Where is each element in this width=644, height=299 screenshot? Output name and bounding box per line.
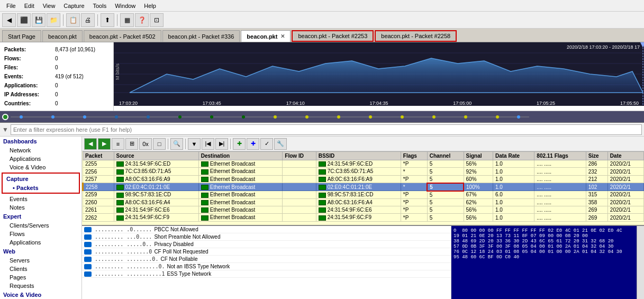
pkt-btn-add-green[interactable]: ✚ — [233, 138, 246, 150]
toolbar-btn-8[interactable]: ❓ — [135, 13, 149, 27]
cell-destination: Ethernet Broadcast — [198, 183, 283, 191]
pkt-btn-search[interactable]: 🔍 — [170, 138, 183, 150]
sidebar-item-servers[interactable]: Servers — [0, 256, 81, 265]
sidebar-item-notes[interactable]: Notes — [0, 203, 81, 212]
menu-edit[interactable]: Edit — [20, 2, 39, 10]
table-row[interactable]: 2261 24:31:54:9F:6C:E6 Ethernet Broadcas… — [83, 206, 644, 214]
pkt-btn-hex[interactable]: 0x — [139, 138, 152, 150]
sidebar-section-dashboards[interactable]: Dashboards — [0, 137, 81, 146]
main-area: Dashboards Network Applications Voice & … — [0, 137, 644, 299]
toolbar-btn-5[interactable]: 📋 — [66, 13, 80, 27]
menu-capture[interactable]: Capture — [59, 2, 88, 10]
sidebar-item-packets[interactable]: Packets — [3, 184, 78, 192]
sidebar-item-events[interactable]: Events — [0, 195, 81, 203]
cell-signal: 56% — [464, 214, 493, 221]
traffic-chart[interactable]: 2020/2/18 17:03:20 - 2020/2/18 17 M bits… — [114, 42, 644, 106]
table-row[interactable]: 2258 02:E0:4C:01:21:0E Ethernet Broadcas… — [83, 183, 644, 191]
tab-beacon-502[interactable]: beacon.pkt - Packet #502 — [84, 30, 161, 42]
table-row[interactable]: 2262 24:31:54:9F:6C:F9 Ethernet Broadcas… — [83, 214, 644, 221]
sidebar-item-clients[interactable]: Clients — [0, 265, 81, 273]
sidebar-section-web[interactable]: Web — [0, 247, 81, 256]
table-row[interactable]: 2257 A8:0C:63:16:F6:A9 Ethernet Broadcas… — [83, 175, 644, 183]
cell-signal: 56% — [464, 160, 493, 168]
timeline-strip[interactable] — [0, 111, 644, 123]
cell-channel: 5 — [427, 214, 464, 221]
sidebar-section-expert[interactable]: Expert — [0, 212, 81, 221]
sidebar-section-voice-video[interactable]: Voice & Video — [0, 290, 81, 299]
cell-size: 358 — [586, 198, 607, 206]
sidebar-item-network[interactable]: Network — [0, 146, 81, 155]
menu-view[interactable]: View — [39, 2, 60, 10]
toolbar-btn-4[interactable]: 📁 — [47, 13, 60, 27]
menu-help[interactable]: Help — [140, 2, 160, 10]
pkt-btn-next2[interactable]: ▶| — [215, 138, 228, 150]
pkt-btn-prev2[interactable]: |◀ — [202, 138, 214, 150]
cell-flags: *P — [401, 198, 427, 206]
pkt-btn-next-green[interactable]: ▶ — [98, 138, 111, 150]
sidebar-item-flows[interactable]: Flows — [0, 230, 81, 238]
cell-datarate: 1.0 — [493, 160, 534, 168]
toolbar-btn-2[interactable]: ⬛ — [17, 13, 31, 27]
sidebar-item-applications-expert[interactable]: Applications — [0, 238, 81, 247]
tab-beacon-active[interactable]: beacon.pkt ✕ — [241, 30, 291, 42]
col-date: Date — [607, 152, 643, 160]
detail-row: ......... .0...... PBCC Not Allowed — [82, 226, 451, 233]
cell-80211flags: .... ..... — [534, 214, 586, 221]
svg-point-14 — [147, 115, 150, 119]
tab-beacon-2253[interactable]: beacon.pkt - Packet #2253 — [292, 30, 374, 42]
detail-row: ......... ...........1 ESS Type Network — [82, 270, 451, 278]
detail-text: CF Not Pollable — [160, 256, 197, 262]
cell-80211flags: .... ..... — [534, 175, 586, 183]
table-row[interactable]: 2256 7C:C3:85:6D:71:A5 Ethernet Broadcas… — [83, 168, 644, 175]
toolbar-btn-1[interactable]: ◀ — [2, 13, 16, 27]
hex-scrollbar[interactable] — [637, 226, 644, 299]
svg-point-23 — [432, 115, 436, 119]
tab-close-btn[interactable]: ✕ — [280, 33, 285, 39]
menu-file[interactable]: File — [2, 2, 20, 10]
tab-beacon-336[interactable]: beacon.pkt - Packet #336 — [162, 30, 240, 42]
col-bssid: BSSID — [316, 152, 401, 160]
detail-dots: ......... .0...... — [95, 226, 152, 232]
toolbar-btn-upload[interactable]: ⬆ — [101, 13, 114, 27]
table-row[interactable]: 2255 24:31:54:9F:6C:ED Ethernet Broadcas… — [83, 160, 644, 168]
cell-flags: *P — [401, 175, 427, 183]
sidebar-item-applications[interactable]: Applications — [0, 155, 81, 163]
packet-table-container[interactable]: Packet Source Destination Flow ID BSSID … — [82, 151, 644, 225]
toolbar-btn-9[interactable]: ⊡ — [150, 13, 164, 27]
main-toolbar: ◀ ⬛ 💾 📁 📋 🖨 ⬆ ▦ ❓ ⊡ — [0, 12, 644, 29]
sidebar-item-requests[interactable]: Requests — [0, 282, 81, 290]
toolbar-btn-3[interactable]: 💾 — [32, 13, 46, 27]
sidebar-item-clients-servers[interactable]: Clients/Servers — [0, 221, 81, 230]
table-row[interactable]: 2260 A8:0C:63:16:F6:A4 Ethernet Broadcas… — [83, 198, 644, 206]
pkt-btn-4[interactable]: □ — [153, 138, 166, 150]
toolbar-btn-7[interactable]: ▦ — [120, 13, 134, 27]
toolbar-btn-6[interactable]: 🖨 — [81, 13, 95, 27]
pkt-btn-prev-green[interactable]: ◀ — [84, 138, 97, 150]
filter-input[interactable] — [11, 124, 642, 135]
tab-beacon-1[interactable]: beacon.pkt — [42, 30, 83, 42]
menu-window[interactable]: Window — [111, 2, 140, 10]
pkt-btn-check[interactable]: ✓ — [260, 138, 273, 150]
pkt-btn-filter[interactable]: ▼ — [188, 138, 201, 150]
pkt-toolbar-sep-3 — [230, 139, 231, 149]
sidebar-section-capture[interactable]: Capture — [3, 174, 78, 184]
pkt-btn-wrench[interactable]: 🔧 — [274, 138, 287, 150]
detail-text: Not an IBSS Type Network — [167, 264, 230, 269]
filter-bar: ▼ — [0, 123, 644, 137]
sidebar-item-pages[interactable]: Pages — [0, 273, 81, 282]
col-datarate: Data Rate — [493, 152, 534, 160]
pkt-btn-list[interactable]: ≡ — [112, 138, 124, 150]
pkt-btn-grid[interactable]: ⊞ — [125, 138, 138, 150]
menu-tools[interactable]: Tools — [89, 2, 111, 10]
tab-start-page[interactable]: Start Page — [2, 30, 41, 42]
cell-flowid — [283, 206, 316, 214]
pkt-btn-add-blue[interactable]: ✚ — [247, 138, 259, 150]
svg-point-16 — [210, 115, 213, 119]
table-row[interactable]: 2259 98:9C:57:83:1E:CD Ethernet Broadcas… — [83, 191, 644, 199]
cell-flags: *P — [401, 160, 427, 168]
sidebar-item-voice-video[interactable]: Voice & Video — [0, 163, 81, 171]
col-flags: Flags — [401, 152, 427, 160]
stats-panel: Packets: 8,473 (of 10,961) Flows: 0 File… — [0, 42, 114, 111]
tab-beacon-2258[interactable]: beacon.pkt - Packet #2258 — [375, 30, 457, 42]
cell-source: 24:31:54:9F:6C:F9 — [114, 214, 198, 221]
